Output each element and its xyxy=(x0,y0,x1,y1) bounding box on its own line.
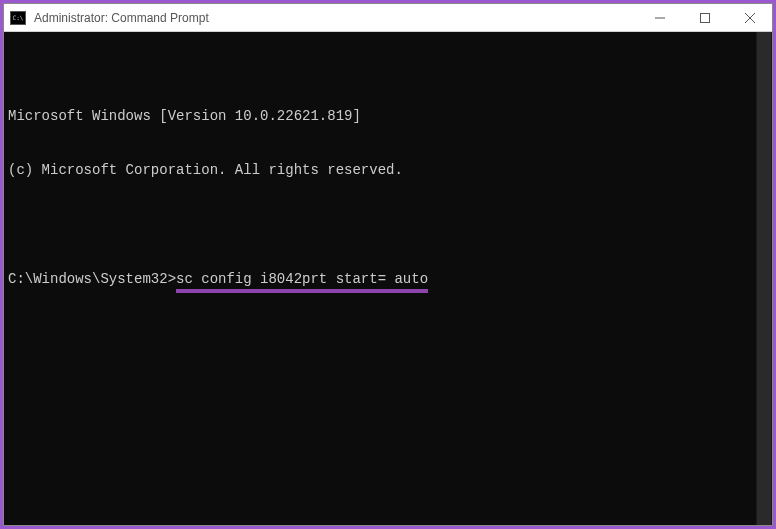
maximize-button[interactable] xyxy=(682,4,727,31)
close-button[interactable] xyxy=(727,4,772,31)
cmd-icon-glyph: C:\ xyxy=(13,15,24,21)
window-controls xyxy=(637,4,772,31)
minimize-icon xyxy=(655,13,665,23)
window-title: Administrator: Command Prompt xyxy=(34,11,637,25)
command-wrap: sc config i8042prt start= auto xyxy=(176,270,428,288)
titlebar[interactable]: C:\ Administrator: Command Prompt xyxy=(4,4,772,32)
scrollbar-thumb[interactable] xyxy=(757,32,771,525)
version-line: Microsoft Windows [Version 10.0.22621.81… xyxy=(8,107,768,125)
minimize-button[interactable] xyxy=(637,4,682,31)
copyright-line: (c) Microsoft Corporation. All rights re… xyxy=(8,161,768,179)
maximize-icon xyxy=(700,13,710,23)
close-icon xyxy=(745,13,755,23)
prompt-path: C:\Windows\System32> xyxy=(8,270,176,288)
terminal-area[interactable]: Microsoft Windows [Version 10.0.22621.81… xyxy=(4,32,772,525)
command-prompt-window: C:\ Administrator: Command Prompt xyxy=(3,3,773,526)
terminal-content: Microsoft Windows [Version 10.0.22621.81… xyxy=(8,70,768,325)
blank-line xyxy=(8,216,768,234)
vertical-scrollbar[interactable] xyxy=(756,32,772,525)
prompt-line: C:\Windows\System32>sc config i8042prt s… xyxy=(8,270,768,288)
highlight-underline xyxy=(176,289,428,293)
svg-rect-1 xyxy=(700,13,709,22)
command-text: sc config i8042prt start= auto xyxy=(176,271,428,287)
cmd-icon: C:\ xyxy=(10,11,26,25)
